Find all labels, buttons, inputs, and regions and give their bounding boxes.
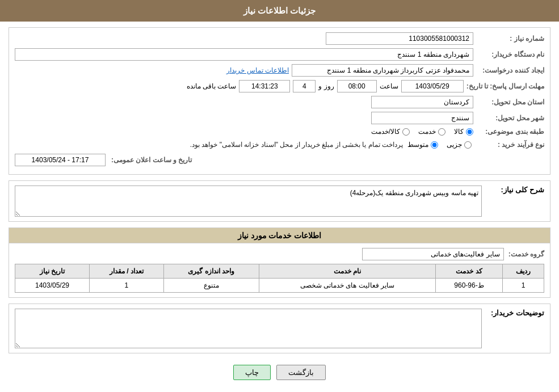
sharh-label: شرح کلی نیاز: xyxy=(487,186,544,194)
page-title: جزئیات اطلاعات نیاز xyxy=(243,6,316,15)
radio-kala[interactable]: کالا xyxy=(454,128,473,136)
back-button[interactable]: بازگشت xyxy=(276,365,326,380)
cell-nam: سایر فعالیت های خدماتی شخصی xyxy=(259,279,436,293)
service-table: ردیف کد خدمت نام خدمت واحد اندازه گیری ت… xyxy=(15,264,544,293)
tarikh-saat-label: تاریخ و ساعت اعلان عمومی: xyxy=(111,156,192,164)
mohlat-date-input[interactable] xyxy=(401,80,464,92)
shahr-label: شهر محل تحویل: xyxy=(476,114,544,122)
eijad-label: ایجاد کننده درخواست: xyxy=(476,66,544,74)
shahr-input[interactable] xyxy=(371,112,473,124)
grouh-label: گروه خدمت: xyxy=(508,250,544,258)
nam-dastgah-input[interactable] xyxy=(15,48,473,61)
cell-kod: ط-96-960 xyxy=(436,279,503,293)
page-header: جزئیات اطلاعات نیاز xyxy=(0,0,559,22)
col-vahed: واحد اندازه گیری xyxy=(163,264,259,279)
cell-radif: 1 xyxy=(502,279,544,293)
mohlat-baqi-input[interactable] xyxy=(239,80,290,92)
tozihat-textarea[interactable] xyxy=(15,309,482,348)
ettelaat-link[interactable]: اطلاعات تماس خریدار xyxy=(226,66,289,74)
shomara-niaz-input[interactable] xyxy=(326,32,473,45)
tarikh-saat-input[interactable] xyxy=(15,154,106,166)
col-tedad: تعداد / مقدار xyxy=(89,264,163,279)
buttons-row: بازگشت چاپ xyxy=(9,359,550,389)
nofarayand-label: نوع فرآیند خرید : xyxy=(476,141,544,149)
grouh-input[interactable] xyxy=(362,248,504,260)
notice-text: پرداخت تمام یا بخشی از مبلغ خریدار از مح… xyxy=(190,139,403,150)
eijad-input[interactable] xyxy=(292,64,473,77)
mohlat-label: مهلت ارسال پاسخ: تا تاریخ: xyxy=(466,82,544,90)
col-kod: کد خدمت xyxy=(436,264,503,279)
cell-tarikh: 1403/05/29 xyxy=(15,279,90,293)
shomara-niaz-label: شماره نیاز : xyxy=(476,35,544,43)
khadamat-section-title: اطلاعات خدمات مورد نیاز xyxy=(9,228,550,243)
col-tarikh: تاریخ نیاز xyxy=(15,264,90,279)
radio-khedmat[interactable]: خدمت xyxy=(418,128,445,136)
print-button[interactable]: چاپ xyxy=(233,365,271,380)
radio-jozi[interactable]: جزیی xyxy=(447,141,472,149)
col-radif: ردیف xyxy=(502,264,544,279)
mohlat-saat-label: ساعت xyxy=(380,82,398,90)
table-row: 1 ط-96-960 سایر فعالیت های خدماتی شخصی م… xyxy=(15,279,544,293)
tabaqe-radio-group: کالا خدمت کالا/خدمت xyxy=(371,128,473,136)
radio-kala-khedmat[interactable]: کالا/خدمت xyxy=(371,128,410,136)
cell-vahed: متنوع xyxy=(163,279,259,293)
mohlat-roz-input[interactable] xyxy=(293,80,316,92)
radio-motevaset[interactable]: متوسط xyxy=(407,141,438,149)
sharh-textarea[interactable] xyxy=(15,186,482,217)
tabaqe-label: طبقه بندی موضوعی: xyxy=(476,128,544,136)
mohlat-roz-label: روز و xyxy=(318,82,334,90)
tozihat-label: توضیحات خریدار: xyxy=(487,309,544,317)
ostan-label: استان محل تحویل: xyxy=(476,98,544,106)
col-nam: نام خدمت xyxy=(259,264,436,279)
mohlat-baqi-label: ساعت باقی مانده xyxy=(187,82,237,90)
mohlat-saat-input[interactable] xyxy=(337,80,377,92)
cell-tedad: 1 xyxy=(89,279,163,293)
nofarayand-radio-group: جزیی متوسط xyxy=(407,141,472,149)
nam-dastgah-label: نام دستگاه خریدار: xyxy=(476,50,544,58)
ostan-input[interactable] xyxy=(371,96,473,108)
